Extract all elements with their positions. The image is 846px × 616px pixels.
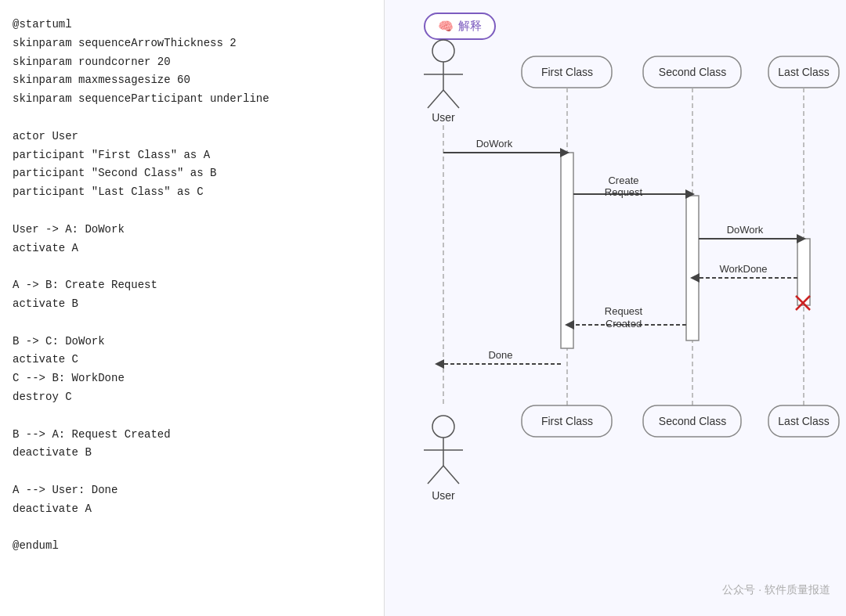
svg-text:User: User <box>432 489 455 502</box>
svg-rect-17 <box>686 196 699 340</box>
code-panel: @startuml skinparam sequenceArrowThickne… <box>0 0 384 616</box>
svg-marker-39 <box>435 359 444 369</box>
svg-text:Request: Request <box>605 186 643 198</box>
svg-text:Create: Create <box>608 175 638 186</box>
svg-text:DoWork: DoWork <box>476 138 513 149</box>
svg-text:Created: Created <box>606 318 642 330</box>
svg-rect-16 <box>561 153 573 348</box>
svg-line-44 <box>428 466 443 484</box>
code-content: @startuml skinparam sequenceArrowThickne… <box>13 16 371 556</box>
svg-text:Last Class: Last Class <box>778 66 829 78</box>
svg-point-41 <box>432 416 454 438</box>
svg-text:Second Class: Second Class <box>659 415 726 427</box>
svg-text:First Class: First Class <box>541 66 593 78</box>
svg-line-45 <box>443 466 459 484</box>
svg-text:DoWork: DoWork <box>727 224 764 236</box>
svg-text:User: User <box>432 111 455 124</box>
svg-text:WorkDone: WorkDone <box>719 263 767 275</box>
svg-rect-18 <box>797 239 810 305</box>
svg-line-4 <box>443 90 459 108</box>
diagram-panel: 🧠 解释 User First Class Second Class Last … <box>384 0 846 616</box>
watermark: 公众号 · 软件质量报道 <box>722 583 830 597</box>
svg-point-0 <box>432 40 454 62</box>
svg-line-3 <box>428 90 443 108</box>
svg-text:Request: Request <box>605 305 643 317</box>
svg-text:Done: Done <box>488 349 512 361</box>
svg-text:First Class: First Class <box>541 415 593 427</box>
svg-text:Second Class: Second Class <box>659 66 726 78</box>
svg-text:Last Class: Last Class <box>778 415 829 427</box>
